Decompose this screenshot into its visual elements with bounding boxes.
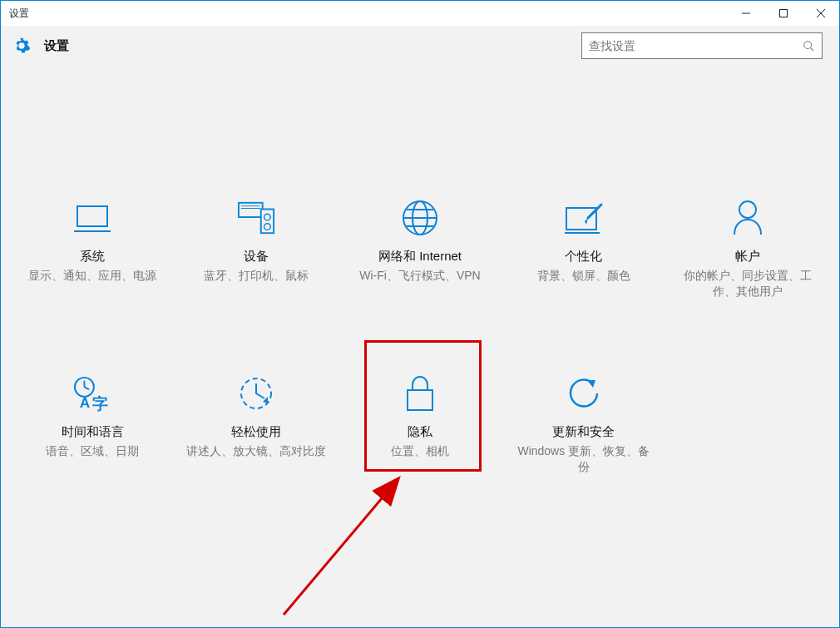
tile-desc: 显示、通知、应用、电源 — [28, 268, 156, 284]
system-icon — [73, 199, 111, 237]
ease-of-access-icon — [237, 374, 275, 413]
personalization-icon — [565, 199, 603, 237]
svg-rect-19 — [566, 208, 596, 230]
accounts-icon — [729, 199, 767, 237]
tile-desc: 蓝牙、打印机、鼠标 — [204, 268, 309, 284]
svg-line-24 — [85, 387, 90, 389]
svg-marker-30 — [587, 380, 595, 388]
tile-title: 设备 — [244, 249, 269, 265]
tile-time-language[interactable]: A 字 时间和语言 语音、区域、日期 — [11, 374, 175, 475]
network-icon — [401, 199, 439, 237]
devices-icon — [237, 199, 275, 237]
tile-desc: 背景、锁屏、颜色 — [537, 268, 630, 284]
tile-title: 轻松使用 — [231, 424, 281, 440]
svg-rect-8 — [239, 203, 263, 217]
minimize-icon — [741, 8, 751, 18]
annotation-arrow — [267, 465, 433, 628]
gear-icon — [12, 37, 31, 55]
svg-rect-29 — [408, 390, 432, 410]
svg-point-21 — [739, 201, 756, 218]
svg-point-4 — [804, 42, 812, 49]
tile-personalization[interactable]: 个性化 背景、锁屏、颜色 — [502, 199, 665, 299]
tile-desc: Windows 更新、恢复、备份 — [513, 443, 655, 475]
minimize-button[interactable] — [727, 1, 764, 26]
close-icon — [816, 8, 826, 18]
category-grid: 系统 显示、通知、应用、电源 设备 蓝牙、打印机、鼠标 — [1, 66, 839, 475]
header: 设置 — [1, 26, 839, 66]
svg-text:A: A — [80, 394, 90, 411]
tile-desc: 讲述人、放大镜、高对比度 — [186, 443, 326, 459]
privacy-icon — [401, 374, 439, 413]
tile-devices[interactable]: 设备 蓝牙、打印机、鼠标 — [175, 199, 338, 299]
svg-rect-6 — [77, 206, 107, 226]
tile-privacy[interactable]: 隐私 位置、相机 — [338, 374, 502, 475]
tile-title: 时间和语言 — [62, 424, 124, 440]
maximize-button[interactable] — [764, 1, 802, 26]
svg-rect-1 — [779, 10, 787, 17]
tile-title: 帐户 — [735, 249, 760, 265]
tile-desc: 位置、相机 — [391, 443, 449, 459]
search-icon — [802, 39, 815, 52]
titlebar: 设置 — [1, 1, 839, 26]
search-input[interactable] — [589, 39, 802, 52]
svg-text:字: 字 — [92, 395, 108, 412]
tile-title: 系统 — [80, 249, 105, 265]
app-title: 设置 — [44, 38, 69, 54]
window-title: 设置 — [9, 7, 29, 21]
svg-line-5 — [811, 48, 814, 52]
close-button[interactable] — [802, 1, 839, 26]
search-box[interactable] — [581, 32, 823, 59]
tile-desc: Wi-Fi、飞行模式、VPN — [359, 268, 480, 284]
tile-title: 个性化 — [565, 249, 602, 265]
tile-accounts[interactable]: 帐户 你的帐户、同步设置、工作、其他用户 — [665, 199, 829, 299]
tile-ease-of-access[interactable]: 轻松使用 讲述人、放大镜、高对比度 — [175, 374, 338, 475]
svg-line-32 — [284, 482, 396, 615]
maximize-icon — [778, 8, 788, 18]
tile-system[interactable]: 系统 显示、通知、应用、电源 — [11, 199, 175, 299]
tile-desc: 你的帐户、同步设置、工作、其他用户 — [677, 268, 818, 299]
tile-title: 隐私 — [408, 424, 432, 440]
tile-desc: 语音、区域、日期 — [46, 443, 139, 459]
update-security-icon — [565, 374, 603, 413]
tile-title: 网络和 Internet — [378, 249, 462, 265]
time-language-icon: A 字 — [73, 374, 111, 413]
tile-title: 更新和安全 — [552, 424, 615, 440]
content: 系统 显示、通知、应用、电源 设备 蓝牙、打印机、鼠标 — [1, 66, 839, 627]
settings-window: 设置 设置 — [0, 0, 840, 628]
tile-network[interactable]: 网络和 Internet Wi-Fi、飞行模式、VPN — [338, 199, 502, 299]
tile-update-security[interactable]: 更新和安全 Windows 更新、恢复、备份 — [502, 374, 665, 475]
